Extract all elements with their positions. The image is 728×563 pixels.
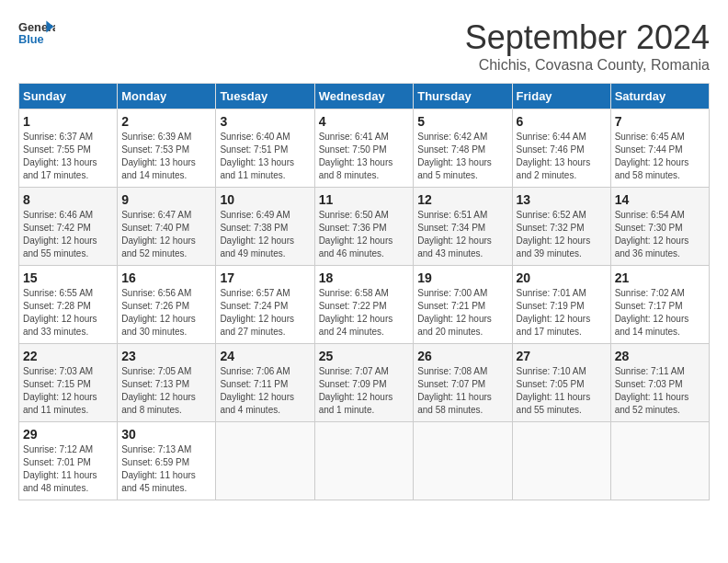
logo-icon: General Blue: [18, 18, 55, 46]
day-info: Sunrise: 6:49 AM Sunset: 7:38 PM Dayligh…: [220, 209, 310, 260]
calendar-cell: 24Sunrise: 7:06 AM Sunset: 7:11 PM Dayli…: [216, 344, 314, 422]
svg-text:Blue: Blue: [18, 32, 44, 46]
day-number: 1: [23, 114, 113, 129]
location-subtitle: Chichis, Covasna County, Romania: [465, 57, 710, 74]
day-info: Sunrise: 7:07 AM Sunset: 7:09 PM Dayligh…: [319, 365, 410, 417]
day-info: Sunrise: 6:57 AM Sunset: 7:24 PM Dayligh…: [220, 287, 310, 339]
title-area: September 2024 Chichis, Covasna County, …: [465, 18, 710, 74]
day-number: 9: [121, 192, 211, 207]
day-number: 22: [23, 349, 113, 363]
calendar-cell: 3Sunrise: 6:40 AM Sunset: 7:51 PM Daylig…: [216, 109, 314, 188]
day-info: Sunrise: 6:39 AM Sunset: 7:53 PM Dayligh…: [121, 131, 211, 182]
calendar-cell: 23Sunrise: 7:05 AM Sunset: 7:13 PM Dayli…: [118, 344, 216, 422]
day-number: 17: [220, 270, 310, 285]
day-number: 6: [517, 114, 607, 129]
calendar-cell: 27Sunrise: 7:10 AM Sunset: 7:05 PM Dayli…: [512, 344, 610, 422]
day-info: Sunrise: 7:05 AM Sunset: 7:13 PM Dayligh…: [121, 365, 211, 417]
calendar-cell: 26Sunrise: 7:08 AM Sunset: 7:07 PM Dayli…: [414, 344, 512, 422]
col-sunday: Sunday: [19, 84, 118, 109]
calendar-cell: 17Sunrise: 6:57 AM Sunset: 7:24 PM Dayli…: [216, 266, 314, 344]
day-info: Sunrise: 6:50 AM Sunset: 7:36 PM Dayligh…: [319, 209, 410, 260]
calendar-table: Sunday Monday Tuesday Wednesday Thursday…: [18, 83, 710, 500]
day-info: Sunrise: 6:46 AM Sunset: 7:42 PM Dayligh…: [23, 209, 113, 260]
day-number: 30: [121, 427, 211, 442]
calendar-cell: 13Sunrise: 6:52 AM Sunset: 7:32 PM Dayli…: [512, 188, 610, 266]
calendar-cell: 15Sunrise: 6:55 AM Sunset: 7:28 PM Dayli…: [19, 266, 118, 344]
calendar-cell: [414, 422, 512, 500]
calendar-cell: 11Sunrise: 6:50 AM Sunset: 7:36 PM Dayli…: [314, 188, 414, 266]
day-info: Sunrise: 6:37 AM Sunset: 7:55 PM Dayligh…: [23, 131, 113, 182]
col-friday: Friday: [512, 84, 610, 109]
day-info: Sunrise: 6:41 AM Sunset: 7:50 PM Dayligh…: [319, 131, 410, 182]
day-number: 7: [615, 114, 705, 129]
week-row-2: 8Sunrise: 6:46 AM Sunset: 7:42 PM Daylig…: [19, 188, 710, 266]
day-info: Sunrise: 6:58 AM Sunset: 7:22 PM Dayligh…: [319, 287, 410, 339]
calendar-cell: 2Sunrise: 6:39 AM Sunset: 7:53 PM Daylig…: [118, 109, 216, 188]
day-number: 15: [23, 270, 113, 285]
day-info: Sunrise: 7:08 AM Sunset: 7:07 PM Dayligh…: [417, 365, 507, 417]
week-row-3: 15Sunrise: 6:55 AM Sunset: 7:28 PM Dayli…: [19, 266, 710, 344]
calendar-cell: 1Sunrise: 6:37 AM Sunset: 7:55 PM Daylig…: [19, 109, 118, 188]
day-info: Sunrise: 7:01 AM Sunset: 7:19 PM Dayligh…: [517, 287, 607, 339]
day-number: 29: [23, 427, 113, 442]
day-number: 26: [417, 349, 507, 363]
day-number: 28: [615, 349, 705, 363]
week-row-5: 29Sunrise: 7:12 AM Sunset: 7:01 PM Dayli…: [19, 422, 710, 500]
calendar-cell: 30Sunrise: 7:13 AM Sunset: 6:59 PM Dayli…: [118, 422, 216, 500]
day-number: 4: [319, 114, 410, 129]
day-number: 27: [517, 349, 607, 363]
calendar-cell: 28Sunrise: 7:11 AM Sunset: 7:03 PM Dayli…: [610, 344, 709, 422]
calendar-cell: 7Sunrise: 6:45 AM Sunset: 7:44 PM Daylig…: [610, 109, 709, 188]
col-saturday: Saturday: [610, 84, 709, 109]
month-title: September 2024: [465, 18, 710, 57]
day-info: Sunrise: 7:13 AM Sunset: 6:59 PM Dayligh…: [121, 443, 211, 495]
calendar-header-row: Sunday Monday Tuesday Wednesday Thursday…: [19, 84, 710, 109]
day-number: 11: [319, 192, 410, 207]
calendar-cell: 4Sunrise: 6:41 AM Sunset: 7:50 PM Daylig…: [314, 109, 414, 188]
day-number: 18: [319, 270, 410, 285]
calendar-cell: 18Sunrise: 6:58 AM Sunset: 7:22 PM Dayli…: [314, 266, 414, 344]
day-info: Sunrise: 6:42 AM Sunset: 7:48 PM Dayligh…: [417, 131, 507, 182]
logo: General Blue: [18, 18, 55, 46]
calendar-cell: [216, 422, 314, 500]
col-thursday: Thursday: [414, 84, 512, 109]
day-number: 19: [417, 270, 507, 285]
day-info: Sunrise: 6:40 AM Sunset: 7:51 PM Dayligh…: [220, 131, 310, 182]
day-number: 16: [121, 270, 211, 285]
calendar-cell: 25Sunrise: 7:07 AM Sunset: 7:09 PM Dayli…: [314, 344, 414, 422]
col-tuesday: Tuesday: [216, 84, 314, 109]
calendar-cell: 8Sunrise: 6:46 AM Sunset: 7:42 PM Daylig…: [19, 188, 118, 266]
calendar-cell: 19Sunrise: 7:00 AM Sunset: 7:21 PM Dayli…: [414, 266, 512, 344]
day-info: Sunrise: 7:11 AM Sunset: 7:03 PM Dayligh…: [615, 365, 705, 417]
day-info: Sunrise: 6:52 AM Sunset: 7:32 PM Dayligh…: [517, 209, 607, 260]
day-info: Sunrise: 7:06 AM Sunset: 7:11 PM Dayligh…: [220, 365, 310, 417]
calendar-cell: 6Sunrise: 6:44 AM Sunset: 7:46 PM Daylig…: [512, 109, 610, 188]
day-number: 14: [615, 192, 705, 207]
day-number: 13: [517, 192, 607, 207]
day-number: 5: [417, 114, 507, 129]
calendar-cell: 20Sunrise: 7:01 AM Sunset: 7:19 PM Dayli…: [512, 266, 610, 344]
day-info: Sunrise: 7:10 AM Sunset: 7:05 PM Dayligh…: [517, 365, 607, 417]
calendar-cell: 10Sunrise: 6:49 AM Sunset: 7:38 PM Dayli…: [216, 188, 314, 266]
day-number: 2: [121, 114, 211, 129]
calendar-cell: 29Sunrise: 7:12 AM Sunset: 7:01 PM Dayli…: [19, 422, 118, 500]
calendar-cell: 9Sunrise: 6:47 AM Sunset: 7:40 PM Daylig…: [118, 188, 216, 266]
calendar-cell: 5Sunrise: 6:42 AM Sunset: 7:48 PM Daylig…: [414, 109, 512, 188]
day-info: Sunrise: 7:03 AM Sunset: 7:15 PM Dayligh…: [23, 365, 113, 417]
day-info: Sunrise: 6:56 AM Sunset: 7:26 PM Dayligh…: [121, 287, 211, 339]
day-number: 10: [220, 192, 310, 207]
day-number: 25: [319, 349, 410, 363]
day-number: 12: [417, 192, 507, 207]
day-number: 23: [121, 349, 211, 363]
calendar-cell: [610, 422, 709, 500]
calendar-cell: 14Sunrise: 6:54 AM Sunset: 7:30 PM Dayli…: [610, 188, 709, 266]
calendar-cell: [512, 422, 610, 500]
day-info: Sunrise: 7:02 AM Sunset: 7:17 PM Dayligh…: [615, 287, 705, 339]
col-monday: Monday: [118, 84, 216, 109]
calendar-cell: 21Sunrise: 7:02 AM Sunset: 7:17 PM Dayli…: [610, 266, 709, 344]
day-info: Sunrise: 6:47 AM Sunset: 7:40 PM Dayligh…: [121, 209, 211, 260]
day-info: Sunrise: 6:45 AM Sunset: 7:44 PM Dayligh…: [615, 131, 705, 182]
day-info: Sunrise: 6:51 AM Sunset: 7:34 PM Dayligh…: [417, 209, 507, 260]
calendar-cell: 12Sunrise: 6:51 AM Sunset: 7:34 PM Dayli…: [414, 188, 512, 266]
day-info: Sunrise: 6:54 AM Sunset: 7:30 PM Dayligh…: [615, 209, 705, 260]
